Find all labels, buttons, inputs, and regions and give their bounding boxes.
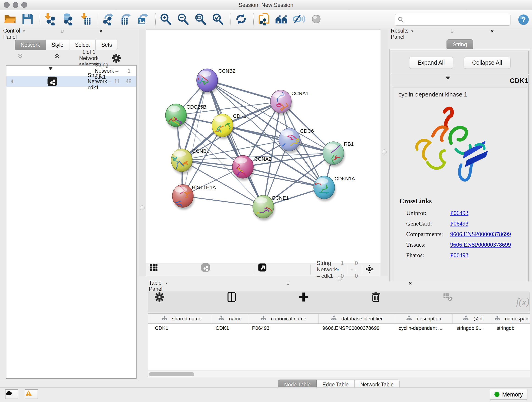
table-cell[interactable]: 9606.ENSP00000378699 — [319, 324, 395, 333]
tree-expand-caret-icon[interactable] — [13, 65, 93, 76]
crosslink-link[interactable]: P06493 — [450, 220, 468, 227]
cloud-status-button[interactable] — [5, 389, 18, 399]
network-node[interactable] — [189, 69, 219, 94]
network-canvas[interactable]: CCNB2CCNA1CDC25BCDK1CDC6RB1CCNB1CCNA2CDK… — [146, 29, 381, 276]
fit-selected-crosshair-icon[interactable] — [365, 264, 374, 274]
search-input[interactable] — [395, 14, 510, 26]
panel-float-icon[interactable] — [286, 281, 407, 291]
tab-string[interactable]: String — [447, 39, 473, 50]
birdseye-view-icon[interactable] — [258, 263, 306, 276]
network-edge[interactable] — [183, 80, 207, 196]
column-header-database-identifier[interactable]: database identifier — [319, 314, 395, 323]
left-splitter-handle[interactable] — [140, 205, 145, 211]
table-cell[interactable]: stringdb — [493, 324, 530, 333]
column-header-shared-name[interactable]: shared name — [151, 314, 212, 323]
column-header-label: database identifier — [341, 316, 383, 322]
import-network-from-database-button[interactable] — [61, 13, 76, 27]
warnings-button[interactable] — [25, 389, 38, 399]
selected-checkbox-icon[interactable] — [337, 268, 339, 272]
save-session-button[interactable] — [21, 13, 35, 27]
import-table-button[interactable] — [79, 13, 93, 27]
table-cell[interactable]: CDK1 — [151, 324, 212, 333]
table-hscrollbar-thumb[interactable] — [149, 372, 194, 376]
zoom-fit-button[interactable] — [194, 13, 209, 27]
network-node[interactable] — [165, 104, 187, 129]
collapse-all-chevron-icon[interactable] — [5, 53, 40, 63]
left-splitter[interactable] — [139, 29, 146, 276]
grid-view-icon[interactable] — [149, 263, 198, 276]
gray-sphere-icon — [310, 13, 324, 27]
network-node[interactable] — [270, 90, 292, 115]
section-collapse-caret-icon[interactable] — [406, 75, 494, 86]
node-result-header[interactable]: CDK1 — [391, 75, 528, 86]
table-row[interactable]: CDK1CDK1P064939606.ENSP00000378699cyclin… — [148, 324, 530, 333]
share-view-icon[interactable] — [201, 263, 249, 276]
hidden-eye-icon[interactable] — [351, 268, 353, 272]
table-cell[interactable]: CDK1 — [212, 324, 248, 333]
table-cell[interactable]: P06493 — [248, 324, 319, 333]
tab-sets[interactable]: Sets — [95, 40, 118, 50]
network-edge[interactable] — [183, 196, 263, 207]
zoom-in-button[interactable] — [159, 13, 174, 27]
open-session-button[interactable] — [4, 13, 18, 27]
network-view-title: String Network – cdk1 — [317, 260, 337, 279]
show-columns-button[interactable] — [226, 292, 293, 312]
network-collection-row[interactable]: String Network – cdk1 1 — [6, 65, 136, 76]
expand-all-chevron-icon[interactable] — [42, 53, 77, 63]
panel-menu-icon[interactable] — [164, 281, 285, 291]
crosslink-link[interactable]: P06493 — [450, 252, 468, 259]
table-gutter — [148, 324, 151, 333]
crosslink-link[interactable]: P06493 — [450, 210, 468, 217]
collapse-all-button[interactable]: Collapse All — [464, 57, 511, 69]
crosslink-row: GeneCard:P06493 — [406, 218, 525, 229]
string-import-button[interactable] — [258, 13, 272, 27]
cloud-icon — [6, 390, 18, 399]
network-node[interactable] — [232, 155, 254, 181]
table-cell[interactable]: stringdb:9... — [453, 324, 493, 333]
tab-select[interactable]: Select — [70, 40, 96, 50]
network-node-label: CDC6 — [300, 128, 314, 134]
tab-network[interactable]: Network — [15, 40, 46, 50]
zoom-selected-button[interactable] — [212, 13, 226, 27]
export-network-button[interactable] — [102, 13, 116, 27]
tab-style[interactable]: Style — [46, 40, 69, 50]
table-hscrollbar[interactable] — [148, 371, 530, 377]
network-node[interactable] — [172, 184, 194, 210]
network-node[interactable] — [277, 128, 301, 153]
right-splitter-handle[interactable] — [382, 149, 387, 154]
home-pair-button[interactable] — [275, 13, 289, 27]
panel-close-icon[interactable] — [99, 29, 136, 38]
crosslink-link[interactable]: 9606.ENSP00000378699 — [450, 231, 511, 238]
panel-close-icon[interactable] — [409, 281, 529, 291]
zoom-out-button[interactable] — [177, 13, 191, 27]
apply-layout-button[interactable] — [234, 13, 249, 27]
panel-float-icon[interactable] — [60, 29, 97, 38]
help-button[interactable]: ? — [517, 13, 530, 26]
memory-button[interactable]: Memory — [490, 389, 527, 400]
panel-menu-icon[interactable] — [22, 29, 59, 38]
add-column-button[interactable] — [298, 292, 365, 312]
expand-all-button[interactable]: Expand All — [409, 57, 453, 69]
column-header-namespac[interactable]: namespac — [493, 314, 530, 323]
network-node[interactable] — [209, 114, 234, 139]
delete-column-button[interactable] — [370, 292, 437, 312]
network-graph[interactable]: CCNB2CCNA1CDC25BCDK1CDC6RB1CCNB1CCNA2CDK… — [146, 30, 380, 263]
panel-close-icon[interactable] — [491, 29, 529, 38]
panel-float-icon[interactable] — [450, 29, 489, 38]
panel-menu-icon[interactable] — [410, 29, 449, 38]
crosslink-link[interactable]: 9606.ENSP00000378699 — [450, 241, 511, 248]
hide-glass-button[interactable] — [292, 13, 307, 27]
export-image-button[interactable] — [137, 13, 151, 27]
right-splitter[interactable] — [381, 29, 388, 276]
table-cell[interactable]: cyclin-dependent ... — [395, 324, 453, 333]
sphere-view-button[interactable] — [310, 13, 324, 27]
table-options-gear-button[interactable] — [154, 292, 221, 312]
column-header-name[interactable]: name — [212, 314, 248, 323]
import-network-button[interactable] — [44, 13, 58, 27]
column-header-@id[interactable]: @id — [453, 314, 493, 323]
column-header-description[interactable]: description — [395, 314, 453, 323]
export-table-button[interactable] — [119, 13, 133, 27]
open-folder-icon — [4, 13, 18, 27]
column-header-canonical-name[interactable]: canonical name — [248, 314, 319, 323]
network-node[interactable] — [314, 176, 336, 201]
